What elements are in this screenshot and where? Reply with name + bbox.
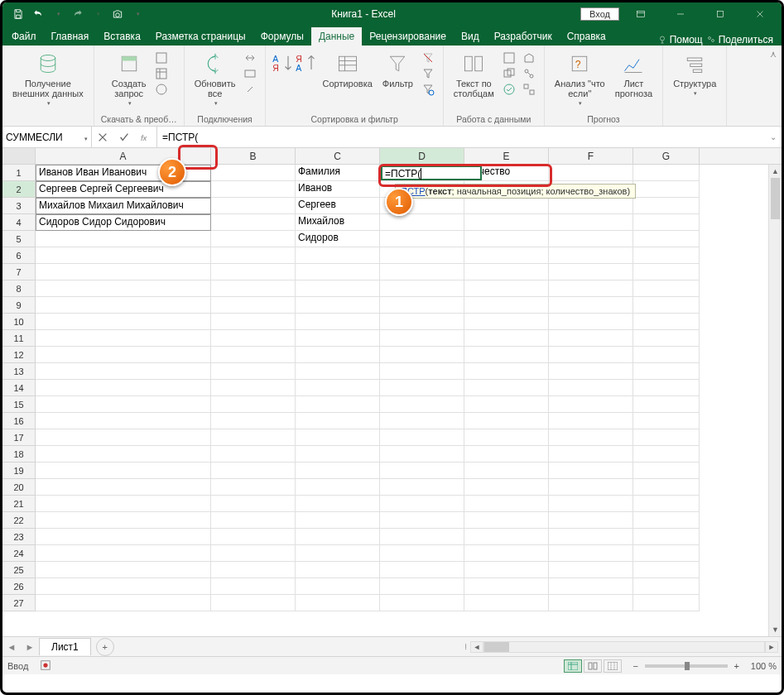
cell[interactable]: Сидоров Сидор Сидорович: [36, 214, 211, 231]
cell[interactable]: [633, 314, 700, 330]
cell[interactable]: [549, 595, 633, 611]
cell[interactable]: [211, 214, 296, 231]
consolidate-button[interactable]: [521, 50, 537, 65]
cell[interactable]: [211, 529, 296, 545]
view-page-break-icon[interactable]: [604, 659, 622, 673]
cell[interactable]: [36, 297, 211, 314]
cell[interactable]: [633, 446, 700, 463]
row-header[interactable]: 4: [2, 214, 36, 231]
zoom-slider[interactable]: [645, 664, 728, 668]
cell[interactable]: [549, 380, 633, 396]
tab-data[interactable]: Данные: [311, 27, 362, 46]
clear-filter-button[interactable]: [420, 50, 436, 65]
cell[interactable]: [549, 231, 633, 247]
cell[interactable]: [633, 463, 700, 479]
tab-file[interactable]: Файл: [4, 27, 44, 46]
cell[interactable]: [211, 413, 296, 429]
scroll-down-icon[interactable]: ▼: [769, 623, 782, 636]
row-header[interactable]: 21: [2, 496, 36, 512]
row-header[interactable]: 1: [2, 165, 36, 181]
cell[interactable]: [296, 413, 380, 429]
cell[interactable]: [296, 380, 380, 396]
cell[interactable]: [464, 463, 549, 479]
cell[interactable]: [36, 512, 211, 529]
tab-home[interactable]: Главная: [44, 27, 97, 46]
col-header-A[interactable]: A: [36, 148, 211, 164]
cell[interactable]: Иванов: [296, 181, 380, 198]
cell[interactable]: [549, 396, 633, 413]
cell[interactable]: [633, 181, 700, 198]
horizontal-scrollbar[interactable]: [483, 641, 765, 653]
cell[interactable]: [36, 347, 211, 363]
cell[interactable]: Фамилия: [296, 165, 380, 181]
cell[interactable]: [296, 347, 380, 363]
row-header[interactable]: 23: [2, 529, 36, 545]
undo-icon[interactable]: [29, 5, 47, 23]
tab-developer[interactable]: Разработчик: [487, 27, 560, 46]
cell[interactable]: [380, 413, 464, 429]
edit-links-button[interactable]: [242, 82, 258, 97]
row-header[interactable]: 19: [2, 463, 36, 479]
sheet-nav-first-icon[interactable]: ◄: [2, 642, 21, 652]
cell[interactable]: [633, 380, 700, 396]
cell[interactable]: [464, 429, 549, 446]
cell[interactable]: [211, 181, 296, 198]
active-cell-editor[interactable]: =ПСТР(: [381, 165, 482, 180]
cell[interactable]: [464, 562, 549, 578]
cell[interactable]: [296, 446, 380, 463]
cell[interactable]: [211, 280, 296, 297]
cell[interactable]: [464, 380, 549, 396]
remove-duplicates-button[interactable]: [501, 66, 517, 81]
enter-formula-icon[interactable]: [113, 132, 135, 143]
cell[interactable]: [549, 347, 633, 363]
cell[interactable]: [296, 479, 380, 496]
connections-button[interactable]: [242, 50, 258, 65]
cell[interactable]: [464, 231, 549, 247]
cell[interactable]: [296, 512, 380, 529]
refresh-all-button[interactable]: Обновить все: [191, 49, 239, 108]
row-header[interactable]: 5: [2, 231, 36, 247]
share-button[interactable]: Поделиться: [706, 34, 773, 46]
hscroll-thumb[interactable]: [484, 642, 509, 652]
cell[interactable]: [211, 314, 296, 330]
row-header[interactable]: 18: [2, 446, 36, 463]
cell[interactable]: [211, 429, 296, 446]
row-header[interactable]: 22: [2, 512, 36, 529]
cell[interactable]: [36, 314, 211, 330]
new-query-button[interactable]: Создать запрос: [108, 49, 150, 108]
zoom-in-button[interactable]: +: [731, 661, 743, 671]
close-icon[interactable]: [742, 2, 778, 26]
cell[interactable]: [296, 280, 380, 297]
macro-record-icon[interactable]: [40, 659, 51, 673]
scroll-up-icon[interactable]: ▲: [769, 165, 782, 178]
col-header-E[interactable]: E: [464, 148, 549, 164]
camera-icon[interactable]: [108, 5, 127, 23]
cell[interactable]: [36, 413, 211, 429]
manage-data-model-button[interactable]: [521, 82, 537, 97]
cell[interactable]: [380, 463, 464, 479]
cell[interactable]: [36, 562, 211, 578]
cell[interactable]: [464, 363, 549, 380]
cell[interactable]: [380, 578, 464, 595]
row-header[interactable]: 6: [2, 247, 36, 264]
cell[interactable]: [549, 413, 633, 429]
cell[interactable]: [36, 496, 211, 512]
tab-view[interactable]: Вид: [454, 27, 487, 46]
cell[interactable]: [211, 496, 296, 512]
cell[interactable]: [633, 347, 700, 363]
cell[interactable]: [296, 396, 380, 413]
cell[interactable]: [211, 578, 296, 595]
forecast-sheet-button[interactable]: Лист прогноза: [612, 49, 656, 108]
cell[interactable]: [36, 479, 211, 496]
cell[interactable]: [36, 463, 211, 479]
name-box[interactable]: [2, 127, 92, 147]
cell[interactable]: [380, 562, 464, 578]
text-to-columns-button[interactable]: Текст по столбцам: [450, 49, 498, 100]
cell[interactable]: [211, 330, 296, 347]
cell[interactable]: [380, 446, 464, 463]
row-header[interactable]: 14: [2, 380, 36, 396]
cell[interactable]: [464, 297, 549, 314]
cell[interactable]: [36, 280, 211, 297]
cell[interactable]: [549, 314, 633, 330]
cell[interactable]: [464, 314, 549, 330]
